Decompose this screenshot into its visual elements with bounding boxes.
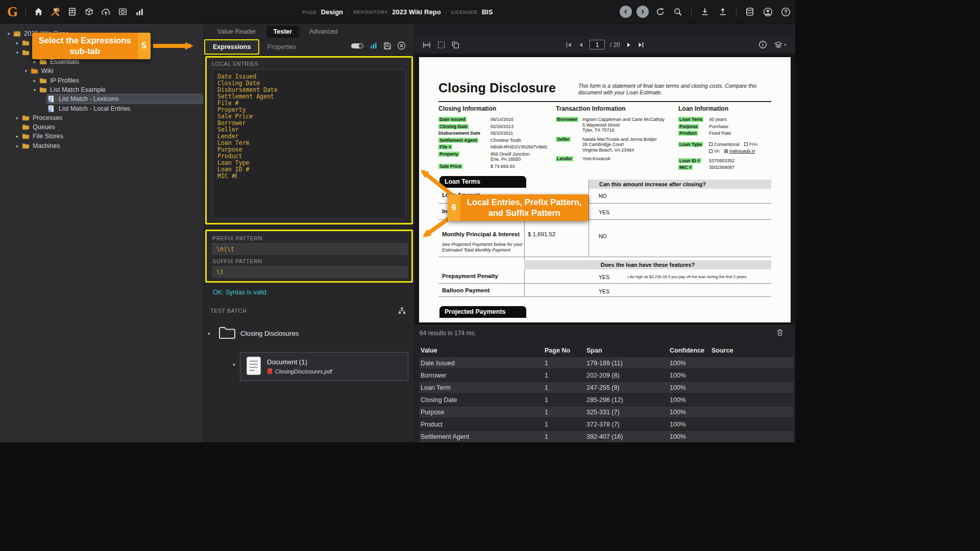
results-row[interactable]: Product1372-378 (7)100% <box>420 418 794 431</box>
document-viewer-panel: / 20 ▾ Closing Disclosure This form is a… <box>414 23 795 442</box>
user-icon[interactable] <box>761 5 774 18</box>
results-cell: Product <box>420 421 544 428</box>
forward-button[interactable] <box>636 6 649 18</box>
refresh-icon[interactable] <box>653 5 667 18</box>
search-icon[interactable] <box>671 5 684 18</box>
repo-icon <box>13 31 21 37</box>
value-toggle-icon[interactable] <box>351 42 364 52</box>
tree-item-list-match-example[interactable]: ▾List Match Example <box>0 85 204 94</box>
tree-item-label: Essentials <box>50 58 79 65</box>
document-viewport[interactable]: Closing Disclosure This form is a statem… <box>414 54 795 324</box>
field-row-loan-term: Loan Term40 years <box>678 117 776 122</box>
page-value[interactable]: Design <box>321 8 343 16</box>
next-page-button[interactable] <box>625 41 632 48</box>
document-title: Document (1) <box>267 358 332 366</box>
results-row[interactable]: Loan Term1247-255 (9)100% <box>420 382 794 394</box>
expander-down-icon[interactable]: ▾ <box>5 31 12 36</box>
home-icon[interactable] <box>32 5 45 18</box>
trash-icon[interactable] <box>776 328 784 337</box>
tab-advanced[interactable]: Advanced <box>302 26 345 38</box>
copy-icon[interactable] <box>451 41 460 49</box>
upload-icon[interactable] <box>716 5 729 18</box>
folder-icon <box>22 40 30 46</box>
results-row[interactable]: Date Issued1179-189 (11)100% <box>420 357 794 369</box>
bar-chart-icon[interactable] <box>133 5 146 18</box>
folder-icon <box>39 59 47 65</box>
fit-width-icon[interactable] <box>422 41 431 49</box>
tree-item-file-stores[interactable]: ▸File Stores <box>0 132 204 141</box>
back-button[interactable] <box>620 6 632 18</box>
checkbox-icon <box>709 149 713 153</box>
results-cell: 1 <box>544 433 585 440</box>
expander-down-icon[interactable]: ▾ <box>31 87 38 92</box>
tools-icon[interactable] <box>48 5 62 18</box>
sitemap-icon[interactable] <box>398 307 406 315</box>
tab-value-reader[interactable]: Value Reader <box>210 26 263 38</box>
tree-item-processes[interactable]: ▸Processes <box>0 113 204 122</box>
expander-right-icon[interactable]: ▸ <box>233 362 236 367</box>
file-cabinet-icon[interactable] <box>65 5 79 18</box>
help-icon[interactable]: ? <box>779 5 792 18</box>
cloud-upload-icon[interactable] <box>99 5 112 18</box>
tree-item-queues[interactable]: Queues <box>0 122 204 132</box>
document-card[interactable]: Document (1) ClosingDisclosures.pdf <box>240 352 408 381</box>
expander-right-icon[interactable]: ▸ <box>31 78 38 83</box>
page-label: PAGE <box>303 9 317 15</box>
chart-icon[interactable] <box>370 42 378 52</box>
tree-item-list-match-local-entries[interactable]: List Match - Local Entries <box>0 104 204 113</box>
repository-value[interactable]: 2023 Wiki Repo <box>392 8 440 16</box>
text-cursor <box>236 173 236 179</box>
form-intro: This form is a statement of final loan t… <box>578 83 776 96</box>
results-row[interactable]: Purpose1325-331 (7)100% <box>420 406 794 418</box>
info-icon[interactable] <box>758 40 767 49</box>
layers-icon[interactable]: ▾ <box>774 41 786 49</box>
expander-down-icon[interactable]: ▾ <box>208 331 214 336</box>
local-entry: Loan ID # <box>217 166 401 173</box>
tab-tester[interactable]: Tester <box>266 26 300 38</box>
results-cell: 202-209 (8) <box>585 372 669 379</box>
tree-item-label: List Match - Local Entries <box>59 105 130 112</box>
grid-icon[interactable] <box>437 41 446 49</box>
results-cell: 247-255 (9) <box>585 384 669 391</box>
tree-item-list-match-lexicons[interactable]: List Match - Lexicons <box>0 94 204 104</box>
test-batch-folder[interactable]: ▾ Closing Disclosures <box>208 325 299 341</box>
expander-right-icon[interactable]: ▸ <box>14 115 21 120</box>
batch-clock-icon[interactable] <box>116 5 129 18</box>
results-row[interactable]: Borrower1202-209 (8)100% <box>420 369 794 382</box>
tree-item-machines[interactable]: ▸Machines <box>0 141 204 151</box>
expander-down-icon[interactable]: ▾ <box>14 50 21 55</box>
first-page-button[interactable] <box>565 41 572 48</box>
page-number-input[interactable] <box>590 40 605 49</box>
grooper-logo-icon[interactable]: G <box>5 2 20 22</box>
database-icon[interactable] <box>743 5 756 18</box>
field-value: Ingram Cappleman and Carie McCathay 5 Wa… <box>582 117 665 133</box>
tree-item-ip-profiles[interactable]: ▸IP Profiles <box>0 76 204 85</box>
expander-right-icon[interactable]: ▸ <box>14 40 21 45</box>
local-entries-editor[interactable]: Date IssuedClosing DateDisbursement Date… <box>212 69 406 219</box>
tree-item-wiki[interactable]: ▾Wiki <box>0 66 204 76</box>
divider <box>26 7 26 17</box>
expander-right-icon[interactable]: ▸ <box>14 134 21 139</box>
checkbox-icon <box>724 149 728 153</box>
divider <box>438 257 771 257</box>
prev-page-button[interactable] <box>577 41 584 48</box>
results-row[interactable]: Settlement Agent1392-407 (16)100% <box>420 431 794 442</box>
prefix-pattern-input[interactable]: \n|\t <box>212 243 408 255</box>
subtab-expressions[interactable]: Expressions <box>204 39 259 55</box>
results-row[interactable]: Closing Date1285-296 (12)100% <box>420 394 794 406</box>
subtab-properties[interactable]: Properties <box>259 40 304 54</box>
save-icon[interactable] <box>383 42 391 52</box>
package-icon[interactable] <box>82 5 95 18</box>
syntax-status: OK: Syntax is valid. <box>213 289 268 296</box>
licensee-value[interactable]: BIS <box>482 8 493 16</box>
download-icon[interactable] <box>698 5 712 18</box>
last-page-button[interactable] <box>638 41 645 48</box>
test-batch-title: TEST BATCH <box>210 308 247 314</box>
doc-icon <box>48 105 56 112</box>
expander-down-icon[interactable]: ▾ <box>22 68 30 73</box>
expander-right-icon[interactable]: ▸ <box>14 143 21 148</box>
expander-right-icon[interactable]: ▸ <box>31 59 38 64</box>
close-icon[interactable] <box>397 41 406 52</box>
field-value: Natala MacTrustie and Jenna Bottjer 26 C… <box>582 137 657 153</box>
suffix-pattern-input[interactable]: \t <box>212 266 408 278</box>
